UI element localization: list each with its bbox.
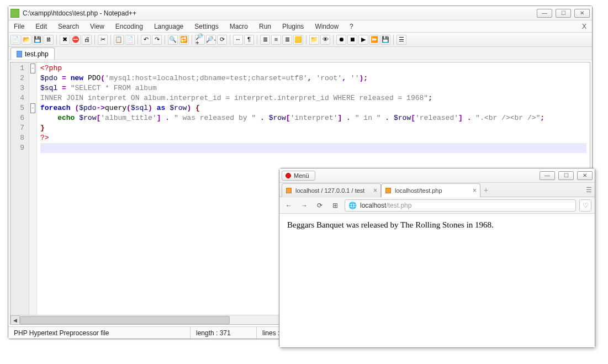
save-macro-button[interactable]: 💾 [380,35,390,45]
close-button[interactable]: ✖ [60,35,70,45]
code-line[interactable] [40,143,586,153]
browser-maximize-button[interactable]: ☐ [558,171,574,180]
close-icon: ✖ [62,36,67,43]
browser-tab-0[interactable]: localhost / 127.0.0.1 / test× [282,183,381,197]
zoom-in-icon: 🔎+ [195,34,204,46]
record-button[interactable]: ⏺ [336,35,346,45]
opera-browser-window: Menü — ☐ ✕ localhost / 127.0.0.1 / test×… [279,168,595,348]
fold-all-button[interactable]: ≡ [271,35,281,45]
code-line[interactable]: INNER JOIN interpret ON album.interpret_… [40,93,586,103]
bookmark-button[interactable]: 🟨 [293,35,303,45]
fold-marker [29,83,36,93]
copy-button[interactable]: 📋 [114,35,124,45]
word-wrap-button[interactable]: ↔ [233,35,243,45]
show-all-button[interactable]: ¶ [244,35,254,45]
back-button[interactable]: ← [283,199,295,212]
toolbar-separator [138,35,138,45]
menu-help[interactable]: ? [344,20,359,32]
tab-overflow-button[interactable]: ☰ [583,183,595,197]
line-number: 8 [14,133,24,143]
cut-button[interactable]: ✂ [98,35,108,45]
find-icon: 🔍 [169,36,177,43]
sync-button[interactable]: ⟳ [217,35,227,45]
url-field[interactable]: 🌐 localhost/test.php [345,199,576,212]
code-line[interactable]: $pdo = new PDO('mysql:host=localhost;dbn… [40,73,586,83]
menu-window[interactable]: Window [309,20,344,32]
scroll-thumb[interactable] [20,316,230,324]
line-number: 7 [14,123,24,133]
fast-forward-button[interactable]: ⏩ [369,35,379,45]
replace-icon: 🔁 [180,36,188,43]
line-number: 4 [14,93,24,103]
folder-button[interactable]: 📁 [309,35,319,45]
fold-marker[interactable]: - [29,64,36,73]
browser-tab-1[interactable]: localhost/test.php× [381,183,480,197]
menu-edit[interactable]: Edit [30,20,52,32]
fold-all-icon: ≡ [274,36,278,43]
print-button[interactable]: 🖨 [82,35,92,45]
paste-button[interactable]: 📄 [125,35,135,45]
browser-minimize-button[interactable]: — [540,171,555,180]
close-button[interactable]: ✕ [574,9,590,18]
code-line[interactable]: echo $row['album_title'] . " was release… [40,113,586,123]
menu-search[interactable]: Search [52,20,84,32]
fold-marker [29,93,36,103]
menu-macro[interactable]: Macro [224,20,253,32]
fold-marker [29,113,36,123]
toggle-button[interactable]: ☰ [396,35,406,45]
fold-marker[interactable]: - [29,103,36,113]
undo-button[interactable]: ↶ [141,35,151,45]
forward-button[interactable]: → [298,199,310,212]
menu-run[interactable]: Run [253,20,277,32]
toolbar-separator [56,35,57,45]
find-button[interactable]: 🔍 [168,35,178,45]
code-line[interactable]: $sql = "SELECT * FROM album [40,83,586,93]
browser-titlebar[interactable]: Menü — ☐ ✕ [279,168,595,183]
browser-close-button[interactable]: ✕ [577,171,593,180]
menu-plugins[interactable]: Plugins [277,20,309,32]
play-button[interactable]: ▶ [358,35,368,45]
save-button[interactable]: 💾 [33,35,43,45]
document-tab-test-php[interactable]: test.php [10,48,55,60]
minimize-button[interactable]: — [537,9,552,18]
indent-guide-button[interactable]: ≣ [260,35,270,45]
fold-marker [29,143,36,153]
menu-encoding[interactable]: Encoding [110,20,149,32]
line-number: 9 [14,143,24,153]
opera-menu-button[interactable]: Menü [282,171,315,181]
code-line[interactable]: ?> [40,133,586,143]
scroll-left-button[interactable]: ◀ [10,315,20,325]
close-tab-button[interactable]: × [373,187,377,194]
redo-button[interactable]: ↷ [152,35,162,45]
fold-column[interactable]: -- [29,62,37,315]
speed-dial-button[interactable]: ⊞ [329,199,341,212]
unfold-all-button[interactable]: ≣ [282,35,292,45]
menu-settings[interactable]: Settings [189,20,224,32]
stop-button[interactable]: ⏹ [347,35,357,45]
open-file-button[interactable]: 📂 [22,35,31,45]
bookmark-button[interactable]: ♡ [579,199,591,212]
code-line[interactable]: foreach ($pdo->query($sql) as $row) { [40,103,586,113]
zoom-out-button[interactable]: 🔎- [206,35,216,45]
status-length: length : 371 [191,327,257,339]
code-line[interactable]: } [40,123,586,133]
hide-button[interactable]: 👁 [320,35,330,45]
maximize-button[interactable]: ☐ [556,9,571,18]
close-all-button[interactable]: ⛔ [71,35,81,45]
menu-view[interactable]: View [84,20,110,32]
menu-file[interactable]: File [8,20,30,32]
new-tab-button[interactable]: + [480,183,491,197]
code-line[interactable]: <?php [40,64,586,73]
new-file-button[interactable]: 📄 [10,35,20,45]
reload-button[interactable]: ⟳ [314,199,326,212]
document-tabs: test.php [8,47,592,60]
close-tab-button[interactable]: × [473,187,477,194]
titlebar[interactable]: C:\xampp\htdocs\test.php - Notepad++ — ☐… [8,6,592,20]
menubar-overflow[interactable]: X [577,20,592,32]
stop-icon: ⏹ [350,36,356,43]
replace-button[interactable]: 🔁 [179,35,189,45]
zoom-in-button[interactable]: 🔎+ [195,35,205,45]
save-all-button[interactable]: 🗎 [44,35,54,45]
line-number-gutter: 123456789 [10,62,29,315]
menu-language[interactable]: Language [149,20,189,32]
